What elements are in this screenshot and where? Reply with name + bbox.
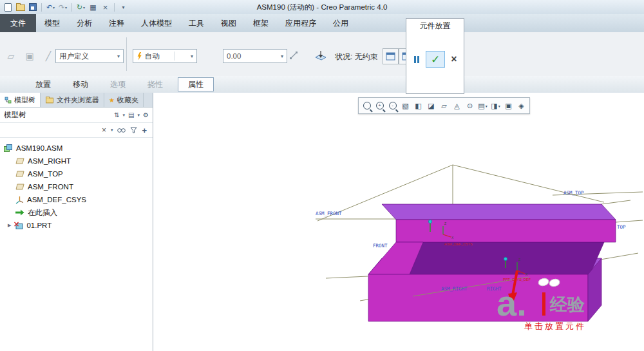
tab-model[interactable]: 模型	[36, 14, 68, 32]
tab-move[interactable]: 移动	[62, 76, 99, 93]
tree-item-label: ASM_RIGHT	[28, 157, 71, 165]
annotation-display-icon[interactable]: ◬	[451, 100, 463, 112]
accept-button[interactable]: ✓	[426, 51, 445, 68]
user-defined-select[interactable]: 用户定义 ▾	[55, 49, 124, 63]
refit-icon[interactable]	[361, 100, 373, 112]
perspective-icon[interactable]: ◈	[515, 100, 527, 112]
graphics-toolbar: + - ▧ ◧ ◪ ▱ ◬ ⊙ ▤▾ ◨▾ ▣ ◈	[358, 97, 530, 114]
display-filters-icon[interactable]: ▣	[502, 100, 515, 112]
close-window-icon[interactable]: ×	[100, 2, 111, 13]
datum-plane-icon	[15, 171, 24, 178]
expand-tree-icon[interactable]: +	[142, 126, 147, 135]
chevron-down-icon[interactable]: ▾	[111, 128, 113, 133]
toolbar-separator	[114, 3, 115, 12]
tab-label: 收藏夹	[117, 95, 138, 105]
chevron-down-icon[interactable]: ▾	[123, 113, 126, 118]
tab-placement[interactable]: 放置	[24, 76, 62, 93]
save-icon[interactable]	[27, 2, 38, 13]
tab-manikin[interactable]: 人体模型	[133, 14, 180, 32]
cancel-button[interactable]: ×	[447, 52, 461, 67]
constraint-type-select[interactable]: 自动 ▾	[133, 49, 197, 63]
tab-utilities[interactable]: 公用	[325, 14, 357, 32]
saved-orientations-icon[interactable]: ◨▾	[489, 100, 502, 112]
tree-item-datum[interactable]: ASM_RIGHT	[3, 155, 153, 167]
svg-text:ASM_DEF_CSYS: ASM_DEF_CSYS	[444, 242, 473, 246]
view-manager-icon[interactable]: ▤▾	[477, 100, 489, 112]
tab-component-placement[interactable]: 元件放置	[406, 19, 464, 33]
component-placement-ribbon: ▱ ▣ ╱ 用户定义 ▾ 自动 ▾ 0.00 ▾	[0, 32, 644, 77]
tab-framework[interactable]: 框架	[245, 14, 277, 32]
flip-constraint-icon[interactable]	[286, 48, 301, 63]
tab-analysis[interactable]: 分析	[68, 14, 100, 32]
tab-applications[interactable]: 应用程序	[277, 14, 325, 32]
datum-plane-icon	[15, 158, 24, 165]
auto-constraint-icon	[137, 52, 142, 61]
regenerate-icon[interactable]: ↻▾	[75, 2, 86, 13]
tab-file[interactable]: 文件	[0, 14, 36, 32]
tree-item-label: ASM_FRONT	[28, 183, 73, 191]
model-tree-title: 模型树	[4, 110, 26, 120]
part-icon	[14, 222, 23, 230]
tree-item-datum[interactable]: ASM_FRONT	[3, 180, 153, 193]
tree-item-label: ASM_DEF_CSYS	[27, 196, 86, 204]
capped-section-icon[interactable]: ◪	[425, 100, 437, 112]
tree-item-assembly[interactable]: ASM190.ASM	[3, 142, 153, 155]
tab-annotate[interactable]: 注释	[100, 14, 133, 32]
placement-tool-icon-3[interactable]: ╱	[40, 48, 57, 64]
tab-properties[interactable]: 属性	[178, 77, 214, 91]
tree-item-label: 在此插入	[28, 208, 57, 218]
tab-view[interactable]: 视图	[213, 14, 245, 32]
tree-item-insert-here[interactable]: 在此插入	[3, 206, 153, 219]
pause-icon	[417, 56, 419, 63]
ribbon-tab-bar: 文件 模型 分析 注释 人体模型 工具 视图 框架 应用程序 公用	[0, 14, 644, 33]
flip-glyph	[288, 50, 299, 61]
tree-settings-icon[interactable]: ⚙	[143, 111, 149, 119]
chevron-down-icon[interactable]: ▾	[138, 113, 140, 118]
toolbar-options-icon[interactable]: ▾	[118, 2, 129, 13]
show-component-in-window-icon[interactable]	[383, 48, 399, 64]
tree-item-csys[interactable]: ASM_DEF_CSYS	[3, 193, 153, 206]
windows-icon[interactable]: ▦	[88, 2, 99, 13]
filter-icon[interactable]	[130, 127, 137, 133]
placement-direction-icon	[313, 48, 328, 63]
tree-item-part[interactable]: ▶ 01.PRT	[3, 219, 153, 232]
tree-item-datum[interactable]: ASM_TOP	[3, 167, 153, 180]
repaint-icon[interactable]: ▧	[399, 100, 412, 112]
toolbar-separator	[41, 3, 42, 12]
placement-tool-icon-1[interactable]: ▱	[3, 48, 19, 64]
zoom-in-icon[interactable]: +	[374, 100, 386, 112]
zoom-out-icon[interactable]: -	[386, 100, 399, 112]
placement-tool-icon-2[interactable]: ▣	[21, 48, 38, 64]
shade-style-icon[interactable]: ◧	[412, 100, 424, 112]
graphics-area[interactable]: + - ▧ ◧ ◪ ▱ ◬ ⊙ ▤▾ ◨▾ ▣ ◈	[153, 93, 644, 351]
tab-model-tree[interactable]: 模型树	[0, 93, 41, 107]
offset-value-input[interactable]: 0.00 ▾	[223, 49, 287, 63]
ribbon-separator	[126, 37, 127, 71]
dashboard-tab-strip: 放置 移动 选项 挠性 属性	[0, 76, 644, 93]
tab-flexibility: 挠性	[137, 76, 174, 93]
pause-icon	[414, 56, 416, 63]
tree-item-label: 01.PRT	[26, 222, 52, 229]
search-tree-icon[interactable]	[117, 128, 126, 133]
tree-item-label: ASM_TOP	[28, 170, 63, 178]
tree-item-label: ASM190.ASM	[16, 144, 62, 152]
tree-display-icon[interactable]: ▤	[128, 111, 134, 119]
tab-tools[interactable]: 工具	[180, 14, 213, 32]
tab-folder-browser[interactable]: 文件夹浏览器	[41, 93, 104, 107]
redo-icon[interactable]: ↷▾	[57, 2, 68, 13]
expand-node-icon[interactable]: ▶	[8, 223, 11, 228]
datum-display-icon[interactable]: ▱	[438, 100, 450, 112]
datum-label: ASM_TOP	[564, 190, 584, 196]
tree-sort-icon[interactable]: ⇅	[114, 111, 119, 119]
undo-icon[interactable]: ↶▾	[45, 2, 56, 13]
placement-direction-glyph	[314, 49, 327, 62]
insert-here-arrow-icon	[15, 209, 24, 216]
open-file-icon[interactable]	[15, 2, 26, 13]
spin-center-icon[interactable]: ⊙	[464, 100, 476, 112]
new-file-icon[interactable]	[3, 2, 14, 13]
constraint-type-label: 自动	[145, 52, 160, 61]
clear-filter-icon[interactable]: ×	[102, 126, 106, 135]
pause-button[interactable]	[410, 52, 424, 67]
titlebar: ↶▾ ↷▾ ↻▾ ▦ × ▾ ASM190 (活动的) - Creo Param…	[0, 0, 644, 15]
tab-favorites[interactable]: ★ 收藏夹	[104, 93, 144, 107]
